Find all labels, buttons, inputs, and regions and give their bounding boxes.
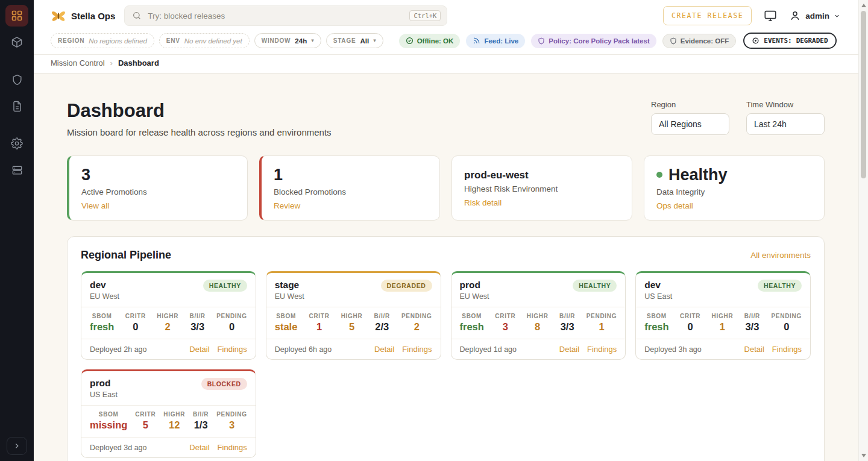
- stage-filter-value: All: [360, 37, 369, 45]
- region-filter-label: REGION: [58, 37, 84, 44]
- page-header: Dashboard Mission board for release heal…: [67, 100, 825, 137]
- all-environments-link[interactable]: All environments: [750, 251, 811, 260]
- metric-value-pending: 3: [216, 419, 247, 431]
- sidebar-expand-button[interactable]: [7, 437, 27, 455]
- metric-value-sbom: stale: [275, 321, 298, 333]
- window-filter-pill[interactable]: WINDOW 24h ▾: [254, 33, 321, 48]
- sidebar-item-infrastructure[interactable]: [5, 159, 28, 181]
- findings-link[interactable]: Findings: [218, 443, 247, 452]
- display-button[interactable]: [764, 9, 777, 22]
- metric-header-critr: CRITR: [135, 411, 156, 418]
- sidebar-item-releases[interactable]: [5, 31, 28, 53]
- detail-link[interactable]: Detail: [374, 345, 394, 354]
- user-name: admin: [805, 11, 829, 20]
- environment-region: EU West: [460, 292, 489, 301]
- events-value: DEGRADED: [796, 37, 828, 45]
- global-search[interactable]: Ctrl+K: [124, 5, 447, 26]
- sidebar-item-security[interactable]: [5, 69, 28, 90]
- metric-value-sbom: fresh: [460, 321, 484, 333]
- detail-link[interactable]: Detail: [744, 345, 764, 354]
- metric-value-highr: 5: [341, 321, 363, 333]
- metric-header-bir: B/I/R: [374, 313, 390, 319]
- metric-header-critr: CRITR: [495, 313, 515, 319]
- stat-cards: 3 Active Promotions View all 1 Blocked P…: [67, 155, 825, 221]
- chevron-right-icon: [13, 442, 21, 450]
- deployed-time: Deployed 3h ago: [644, 345, 702, 354]
- environment-metrics: SBOMmissing CRITR5 HIGHR12 B/I/R1/3 PEND…: [81, 405, 256, 437]
- scrollbar-thumb[interactable]: [861, 11, 866, 178]
- user-menu[interactable]: admin: [789, 10, 840, 22]
- pipeline-header: Regional Pipeline All environments: [81, 249, 811, 262]
- brand[interactable]: Stella Ops: [51, 9, 115, 22]
- feed-status-chip[interactable]: Feed: Live: [466, 34, 525, 48]
- policy-status-chip[interactable]: Policy: Core Policy Pack latest: [531, 34, 656, 48]
- metric-value-critr: 1: [309, 321, 330, 333]
- metric-header-pending: PENDING: [216, 313, 247, 319]
- metric-value-bir: 3/3: [559, 321, 575, 333]
- metric-header-highr: HIGHR: [341, 313, 363, 319]
- findings-link[interactable]: Findings: [218, 345, 247, 354]
- ops-detail-link[interactable]: Ops detail: [656, 201, 693, 210]
- metric-header-critr: CRITR: [125, 313, 146, 319]
- metric-value-critr: 3: [495, 321, 515, 333]
- findings-link[interactable]: Findings: [402, 345, 432, 354]
- view-all-link[interactable]: View all: [81, 201, 109, 210]
- metric-value-sbom: missing: [90, 419, 127, 431]
- deployed-time: Deployed 6h ago: [275, 345, 332, 354]
- stat-value: prod-eu-west: [464, 165, 620, 181]
- stat-label: Highest Risk Environment: [464, 184, 620, 193]
- evidence-status-chip[interactable]: Evidence: OFF: [662, 34, 737, 48]
- shield-icon: [670, 37, 677, 45]
- stat-label: Data Integrity: [656, 187, 812, 196]
- stat-card-highest-risk: prod-eu-west Highest Risk Environment Ri…: [451, 155, 632, 221]
- breadcrumb-current: Dashboard: [118, 58, 159, 67]
- detail-link[interactable]: Detail: [189, 443, 209, 452]
- region-filter-pill[interactable]: REGION No regions defined: [51, 33, 154, 48]
- offline-status-chip[interactable]: Offline: OK: [399, 34, 461, 48]
- detail-link[interactable]: Detail: [559, 345, 579, 354]
- stat-card-blocked-promotions: 1 Blocked Promotions Review: [259, 155, 440, 221]
- risk-detail-link[interactable]: Risk detail: [464, 198, 502, 207]
- metric-value-critr: 5: [135, 419, 156, 431]
- detail-link[interactable]: Detail: [189, 345, 209, 354]
- scrollbar-up-arrow[interactable]: [861, 4, 866, 7]
- region-filter-value: No regions defined: [89, 37, 147, 45]
- metric-header-bir: B/I/R: [190, 313, 206, 319]
- environment-metrics: SBOMstale CRITR1 HIGHR5 B/I/R2/3 PENDING…: [266, 307, 441, 339]
- stat-card-active-promotions: 3 Active Promotions View all: [67, 155, 248, 221]
- findings-link[interactable]: Findings: [772, 345, 802, 354]
- page-content: Dashboard Mission board for release heal…: [34, 74, 858, 461]
- metric-value-bir: 1/3: [193, 419, 209, 431]
- env-filter-value: No env defined yet: [184, 37, 242, 45]
- events-status-chip[interactable]: EVENTS: DEGRADED: [743, 33, 836, 49]
- header-actions: CREATE RELEASE admin: [663, 6, 840, 25]
- search-input[interactable]: [148, 11, 403, 20]
- pipeline-title: Regional Pipeline: [81, 249, 171, 262]
- review-link[interactable]: Review: [274, 201, 300, 210]
- metric-value-pending: 0: [772, 321, 802, 333]
- metric-header-pending: PENDING: [216, 411, 247, 418]
- findings-link[interactable]: Findings: [587, 345, 617, 354]
- region-select-group: Region All Regions: [651, 100, 729, 135]
- sidebar-item-dashboard[interactable]: [5, 5, 28, 27]
- time-window-select[interactable]: Last 24h: [746, 113, 825, 135]
- sidebar-item-documents[interactable]: [5, 95, 28, 117]
- stat-value: Healthy: [656, 165, 812, 184]
- metric-header-pending: PENDING: [587, 313, 617, 319]
- metric-header-highr: HIGHR: [157, 313, 178, 319]
- status-chips: Offline: OK Feed: Live Policy: Core Poli…: [399, 33, 837, 49]
- sidebar-item-settings[interactable]: [5, 133, 28, 154]
- scrollbar[interactable]: [858, 0, 868, 461]
- breadcrumb-mission-control[interactable]: Mission Control: [51, 58, 105, 67]
- metric-header-pending: PENDING: [772, 313, 802, 319]
- scrollbar-down-arrow[interactable]: [861, 454, 866, 457]
- stage-filter-pill[interactable]: STAGE All ▾: [326, 33, 383, 48]
- monitor-icon: [764, 9, 777, 22]
- region-select[interactable]: All Regions: [651, 113, 729, 135]
- stat-value: 3: [81, 165, 235, 184]
- create-release-button[interactable]: CREATE RELEASE: [663, 6, 752, 25]
- deployed-time: Deployed 3d ago: [90, 444, 147, 452]
- env-filter-pill[interactable]: ENV No env defined yet: [159, 33, 250, 48]
- search-icon: [132, 11, 142, 20]
- deployed-time: Deployed 2h ago: [90, 345, 147, 354]
